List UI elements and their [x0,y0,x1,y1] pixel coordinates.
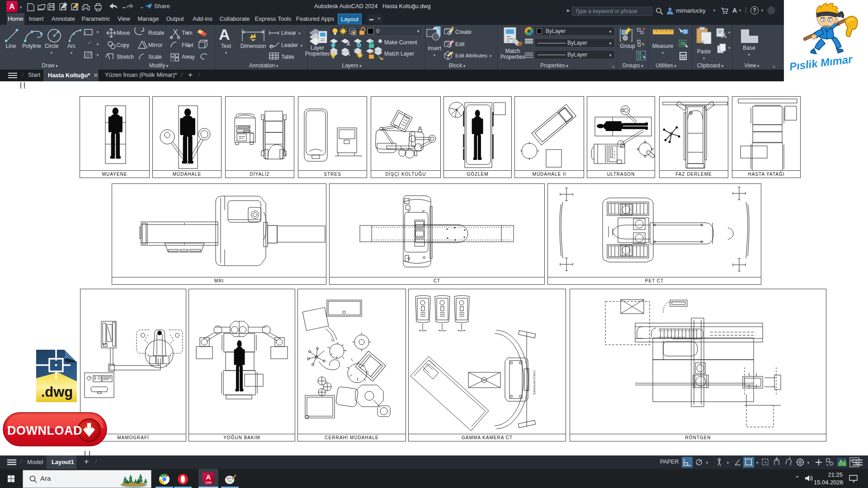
svg-text:▼: ▼ [727,31,731,35]
svg-text:▼: ▼ [705,461,709,465]
svg-text:▼: ▼ [727,46,731,50]
svg-text:▼: ▼ [726,461,730,465]
svg-text:▼: ▼ [96,42,99,47]
svg-text:▼: ▼ [96,53,99,57]
svg-text:DOWNLOAD: DOWNLOAD [7,424,82,437]
svg-text:Pıslik Mımar: Pıslik Mımar [788,53,854,73]
svg-text:▼: ▼ [807,461,810,465]
svg-text:▼: ▼ [96,30,99,34]
svg-text:.dwg: .dwg [41,384,73,400]
svg-text:▼: ▼ [755,461,759,465]
svg-text:CABLE ENTRANCE: CABLE ENTRANCE [533,371,536,395]
